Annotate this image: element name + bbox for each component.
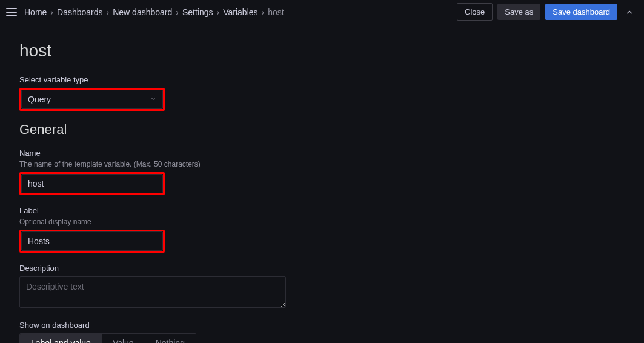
breadcrumb-settings[interactable]: Settings — [182, 7, 213, 17]
breadcrumb-sep: › — [217, 7, 220, 17]
chevron-down-icon — [150, 95, 157, 104]
description-label: Description — [19, 264, 625, 273]
name-hint: The name of the template variable. (Max.… — [19, 160, 625, 168]
highlight-box: Query — [19, 88, 165, 111]
name-label: Name — [19, 148, 625, 158]
breadcrumb-sep: › — [176, 7, 179, 17]
breadcrumb-current: host — [268, 7, 284, 17]
description-input[interactable] — [19, 276, 286, 308]
show-option-value[interactable]: Value — [102, 334, 145, 343]
label-hint: Optional display name — [19, 218, 625, 226]
show-option-nothing[interactable]: Nothing — [145, 334, 196, 343]
breadcrumb-sep: › — [50, 7, 53, 17]
show-field: Show on dashboard Label and value Value … — [19, 321, 625, 343]
variable-type-label: Select variable type — [19, 75, 625, 84]
highlight-box — [19, 172, 165, 195]
breadcrumb-sep: › — [262, 7, 265, 17]
content: host Select variable type Query General … — [0, 24, 644, 343]
save-dashboard-button[interactable]: Save dashboard — [545, 4, 617, 20]
breadcrumb: Home › Dashboards › New dashboard › Sett… — [24, 7, 284, 17]
topbar-left: Home › Dashboards › New dashboard › Sett… — [5, 5, 284, 19]
save-as-button[interactable]: Save as — [497, 4, 540, 20]
close-button[interactable]: Close — [457, 3, 493, 21]
variable-type-select[interactable]: Query — [21, 90, 163, 109]
show-option-label-and-value[interactable]: Label and value — [20, 334, 102, 343]
name-field: Name The name of the template variable. … — [19, 148, 625, 195]
topbar-actions: Close Save as Save dashboard — [457, 3, 637, 21]
description-field: Description — [19, 264, 625, 310]
breadcrumb-sep: › — [107, 7, 110, 17]
chevron-up-icon[interactable] — [622, 5, 637, 19]
variable-type-value: Query — [28, 95, 51, 104]
breadcrumb-new-dashboard[interactable]: New dashboard — [113, 7, 172, 17]
topbar: Home › Dashboards › New dashboard › Sett… — [0, 0, 644, 24]
breadcrumb-variables[interactable]: Variables — [223, 7, 257, 17]
show-segmented: Label and value Value Nothing — [19, 333, 196, 343]
breadcrumb-dashboards[interactable]: Dashboards — [57, 7, 103, 17]
label-input[interactable] — [21, 231, 163, 251]
label-label: Label — [19, 206, 625, 215]
show-label: Show on dashboard — [19, 321, 625, 330]
breadcrumb-home[interactable]: Home — [24, 7, 47, 17]
name-input[interactable] — [21, 174, 163, 193]
highlight-box — [19, 230, 165, 253]
variable-type-field: Select variable type Query — [19, 75, 625, 111]
page-title: host — [19, 41, 625, 61]
menu-icon[interactable] — [5, 5, 19, 19]
label-field: Label Optional display name — [19, 206, 625, 253]
general-heading: General — [19, 122, 625, 138]
